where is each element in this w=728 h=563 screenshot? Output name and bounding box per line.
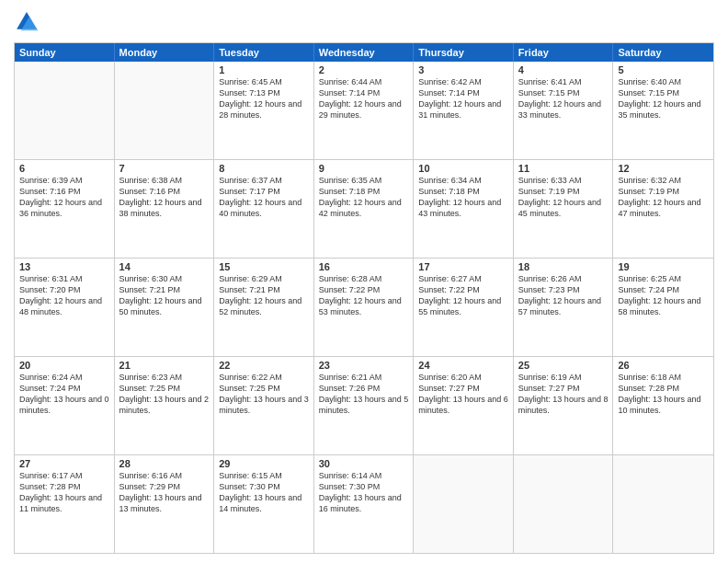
day-of-week-sunday: Sunday — [15, 43, 115, 62]
calendar-row-2: 6Sunrise: 6:39 AM Sunset: 7:16 PM Daylig… — [15, 159, 713, 258]
day-20: 20Sunrise: 6:24 AM Sunset: 7:24 PM Dayli… — [15, 357, 115, 454]
day-number: 17 — [418, 261, 508, 272]
day-info: Sunrise: 6:20 AM Sunset: 7:27 PM Dayligh… — [418, 372, 508, 417]
day-info: Sunrise: 6:34 AM Sunset: 7:18 PM Dayligh… — [418, 175, 508, 220]
calendar-header: SundayMondayTuesdayWednesdayThursdayFrid… — [15, 43, 713, 62]
day-number: 15 — [219, 261, 309, 272]
empty-cell — [414, 455, 514, 553]
day-info: Sunrise: 6:23 AM Sunset: 7:25 PM Dayligh… — [119, 372, 210, 417]
day-of-week-thursday: Thursday — [414, 43, 514, 62]
day-24: 24Sunrise: 6:20 AM Sunset: 7:27 PM Dayli… — [414, 357, 514, 454]
day-11: 11Sunrise: 6:33 AM Sunset: 7:19 PM Dayli… — [514, 160, 614, 258]
empty-cell — [115, 62, 215, 159]
page: SundayMondayTuesdayWednesdayThursdayFrid… — [0, 0, 728, 563]
day-number: 23 — [319, 360, 409, 371]
day-number: 22 — [219, 360, 309, 371]
logo — [14, 9, 43, 35]
calendar-row-1: 1Sunrise: 6:45 AM Sunset: 7:13 PM Daylig… — [15, 62, 713, 159]
day-21: 21Sunrise: 6:23 AM Sunset: 7:25 PM Dayli… — [115, 357, 215, 454]
day-number: 27 — [19, 458, 109, 469]
day-number: 19 — [618, 261, 709, 272]
day-1: 1Sunrise: 6:45 AM Sunset: 7:13 PM Daylig… — [214, 62, 314, 159]
day-number: 11 — [518, 163, 609, 174]
day-number: 6 — [19, 163, 109, 174]
day-number: 2 — [319, 64, 409, 75]
calendar-row-4: 20Sunrise: 6:24 AM Sunset: 7:24 PM Dayli… — [15, 356, 713, 454]
day-of-week-monday: Monday — [115, 43, 215, 62]
day-info: Sunrise: 6:45 AM Sunset: 7:13 PM Dayligh… — [219, 76, 309, 121]
day-number: 29 — [219, 458, 309, 469]
day-info: Sunrise: 6:27 AM Sunset: 7:22 PM Dayligh… — [418, 273, 508, 318]
day-28: 28Sunrise: 6:16 AM Sunset: 7:29 PM Dayli… — [115, 455, 215, 553]
day-info: Sunrise: 6:30 AM Sunset: 7:21 PM Dayligh… — [119, 273, 210, 318]
day-15: 15Sunrise: 6:29 AM Sunset: 7:21 PM Dayli… — [214, 259, 314, 356]
day-of-week-friday: Friday — [514, 43, 614, 62]
day-info: Sunrise: 6:15 AM Sunset: 7:30 PM Dayligh… — [219, 470, 309, 515]
day-number: 1 — [219, 64, 309, 75]
day-info: Sunrise: 6:16 AM Sunset: 7:29 PM Dayligh… — [119, 470, 210, 515]
day-14: 14Sunrise: 6:30 AM Sunset: 7:21 PM Dayli… — [115, 259, 215, 356]
day-info: Sunrise: 6:14 AM Sunset: 7:30 PM Dayligh… — [319, 470, 409, 515]
day-5: 5Sunrise: 6:40 AM Sunset: 7:15 PM Daylig… — [613, 62, 713, 159]
day-27: 27Sunrise: 6:17 AM Sunset: 7:28 PM Dayli… — [15, 455, 115, 553]
day-22: 22Sunrise: 6:22 AM Sunset: 7:25 PM Dayli… — [214, 357, 314, 454]
day-of-week-tuesday: Tuesday — [214, 43, 314, 62]
calendar-body: 1Sunrise: 6:45 AM Sunset: 7:13 PM Daylig… — [15, 62, 713, 553]
calendar: SundayMondayTuesdayWednesdayThursdayFrid… — [14, 42, 714, 554]
day-3: 3Sunrise: 6:42 AM Sunset: 7:14 PM Daylig… — [414, 62, 514, 159]
day-29: 29Sunrise: 6:15 AM Sunset: 7:30 PM Dayli… — [214, 455, 314, 553]
day-19: 19Sunrise: 6:25 AM Sunset: 7:24 PM Dayli… — [613, 259, 713, 356]
day-10: 10Sunrise: 6:34 AM Sunset: 7:18 PM Dayli… — [414, 160, 514, 258]
day-number: 26 — [618, 360, 709, 371]
day-number: 21 — [119, 360, 210, 371]
day-number: 9 — [319, 163, 409, 174]
day-2: 2Sunrise: 6:44 AM Sunset: 7:14 PM Daylig… — [314, 62, 415, 159]
logo-icon — [14, 9, 40, 35]
day-number: 4 — [518, 64, 609, 75]
day-info: Sunrise: 6:37 AM Sunset: 7:17 PM Dayligh… — [219, 175, 309, 220]
day-number: 30 — [319, 458, 409, 469]
day-of-week-saturday: Saturday — [613, 43, 713, 62]
day-18: 18Sunrise: 6:26 AM Sunset: 7:23 PM Dayli… — [514, 259, 614, 356]
day-6: 6Sunrise: 6:39 AM Sunset: 7:16 PM Daylig… — [15, 160, 115, 258]
day-of-week-wednesday: Wednesday — [314, 43, 415, 62]
day-17: 17Sunrise: 6:27 AM Sunset: 7:22 PM Dayli… — [414, 259, 514, 356]
day-number: 25 — [518, 360, 609, 371]
day-info: Sunrise: 6:41 AM Sunset: 7:15 PM Dayligh… — [518, 76, 609, 121]
day-info: Sunrise: 6:28 AM Sunset: 7:22 PM Dayligh… — [319, 273, 409, 318]
day-30: 30Sunrise: 6:14 AM Sunset: 7:30 PM Dayli… — [314, 455, 415, 553]
day-number: 24 — [418, 360, 508, 371]
day-info: Sunrise: 6:24 AM Sunset: 7:24 PM Dayligh… — [19, 372, 109, 417]
day-info: Sunrise: 6:22 AM Sunset: 7:25 PM Dayligh… — [219, 372, 309, 417]
day-info: Sunrise: 6:19 AM Sunset: 7:27 PM Dayligh… — [518, 372, 609, 417]
day-number: 5 — [618, 64, 709, 75]
day-info: Sunrise: 6:44 AM Sunset: 7:14 PM Dayligh… — [319, 76, 409, 121]
day-info: Sunrise: 6:42 AM Sunset: 7:14 PM Dayligh… — [418, 76, 508, 121]
calendar-row-5: 27Sunrise: 6:17 AM Sunset: 7:28 PM Dayli… — [15, 454, 713, 553]
day-number: 14 — [119, 261, 210, 272]
day-13: 13Sunrise: 6:31 AM Sunset: 7:20 PM Dayli… — [15, 259, 115, 356]
day-info: Sunrise: 6:32 AM Sunset: 7:19 PM Dayligh… — [618, 175, 709, 220]
day-8: 8Sunrise: 6:37 AM Sunset: 7:17 PM Daylig… — [214, 160, 314, 258]
day-info: Sunrise: 6:31 AM Sunset: 7:20 PM Dayligh… — [19, 273, 109, 318]
empty-cell — [15, 62, 115, 159]
day-info: Sunrise: 6:38 AM Sunset: 7:16 PM Dayligh… — [119, 175, 210, 220]
calendar-row-3: 13Sunrise: 6:31 AM Sunset: 7:20 PM Dayli… — [15, 258, 713, 356]
day-number: 12 — [618, 163, 709, 174]
day-number: 3 — [418, 64, 508, 75]
day-7: 7Sunrise: 6:38 AM Sunset: 7:16 PM Daylig… — [115, 160, 215, 258]
empty-cell — [514, 455, 614, 553]
day-info: Sunrise: 6:29 AM Sunset: 7:21 PM Dayligh… — [219, 273, 309, 318]
day-9: 9Sunrise: 6:35 AM Sunset: 7:18 PM Daylig… — [314, 160, 415, 258]
day-16: 16Sunrise: 6:28 AM Sunset: 7:22 PM Dayli… — [314, 259, 415, 356]
day-info: Sunrise: 6:17 AM Sunset: 7:28 PM Dayligh… — [19, 470, 109, 515]
day-number: 28 — [119, 458, 210, 469]
day-number: 16 — [319, 261, 409, 272]
day-number: 20 — [19, 360, 109, 371]
day-info: Sunrise: 6:35 AM Sunset: 7:18 PM Dayligh… — [319, 175, 409, 220]
day-25: 25Sunrise: 6:19 AM Sunset: 7:27 PM Dayli… — [514, 357, 614, 454]
day-12: 12Sunrise: 6:32 AM Sunset: 7:19 PM Dayli… — [613, 160, 713, 258]
day-info: Sunrise: 6:40 AM Sunset: 7:15 PM Dayligh… — [618, 76, 709, 121]
day-info: Sunrise: 6:21 AM Sunset: 7:26 PM Dayligh… — [319, 372, 409, 417]
header — [14, 9, 714, 35]
